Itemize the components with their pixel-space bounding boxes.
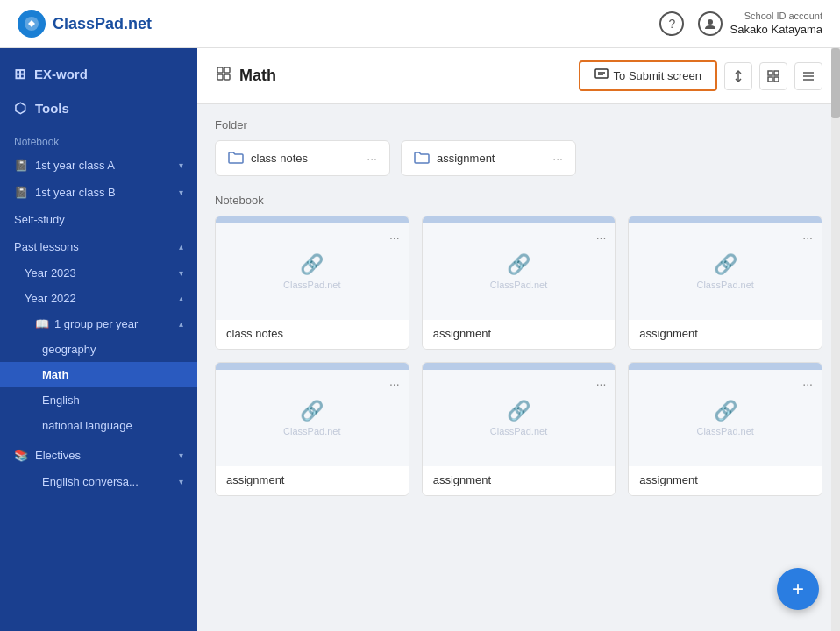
sidebar-item-1st-year-class-a[interactable]: 📓 1st year class A ▾ xyxy=(0,152,197,179)
notebook-label-1: class notes xyxy=(216,320,409,349)
notebook-label-6: assignment xyxy=(629,466,822,495)
notebook-card-3[interactable]: ··· 🔗 ClassPad.net assignment xyxy=(628,216,822,350)
logo-icon xyxy=(18,10,46,38)
exword-icon: ⊞ xyxy=(14,66,25,82)
sidebar-item-1-group[interactable]: 📖 1 group per year ▴ xyxy=(0,311,197,337)
submit-label: To Submit screen xyxy=(614,69,701,82)
notebook-preview-3: 🔗 ClassPad.net xyxy=(629,223,822,320)
watermark-text-4: ClassPad.net xyxy=(283,426,340,436)
notebook-more-1[interactable]: ··· xyxy=(389,230,400,245)
book-icon: 📚 xyxy=(14,449,28,462)
logo[interactable]: ClassPad.net xyxy=(18,10,152,38)
notebook-label-5: assignment xyxy=(423,466,616,495)
submit-screen-button[interactable]: To Submit screen xyxy=(579,60,717,91)
folder-item-assignment[interactable]: assignment ··· xyxy=(401,140,576,176)
sidebar-item-math[interactable]: Math xyxy=(0,362,197,387)
notebook-card-body-6: ··· 🔗 ClassPad.net xyxy=(629,370,822,466)
help-button[interactable]: ? xyxy=(659,11,684,36)
sidebar-item-tools[interactable]: ⬡ Tools xyxy=(0,91,197,125)
folder-more-assignment[interactable]: ··· xyxy=(552,152,563,166)
sidebar: ⊞ EX-word ⬡ Tools Notebook 📓 1st year cl… xyxy=(0,48,197,631)
sidebar-label-year-2022: Year 2022 xyxy=(25,292,76,305)
sidebar-label-english-convo: English conversa... xyxy=(42,475,139,488)
notebook-card-6[interactable]: ··· 🔗 ClassPad.net assignment xyxy=(628,362,822,496)
notebook-card-header-3 xyxy=(629,216,822,223)
sort-button[interactable] xyxy=(724,62,752,90)
sidebar-item-electives[interactable]: 📚 Electives ▾ xyxy=(0,442,197,469)
sidebar-item-english-convo[interactable]: English conversa... ▾ xyxy=(0,469,197,494)
notebook-card-5[interactable]: ··· 🔗 ClassPad.net assignment xyxy=(422,362,616,496)
page-title: Math xyxy=(215,65,276,87)
watermark-icon-3: 🔗 xyxy=(714,253,737,276)
svg-rect-13 xyxy=(774,77,779,82)
sidebar-label-1-group: 1 group per year xyxy=(54,317,138,330)
sidebar-item-year-2023[interactable]: Year 2023 ▾ xyxy=(0,260,197,286)
notebook-more-6[interactable]: ··· xyxy=(802,377,813,391)
sidebar-item-exword[interactable]: ⊞ EX-word xyxy=(0,57,197,91)
list-view-button[interactable] xyxy=(794,62,822,90)
notebook-label-3: assignment xyxy=(629,320,822,349)
content-body: Folder class notes ··· xyxy=(197,104,840,631)
notebook-card-4[interactable]: ··· 🔗 ClassPad.net assignment xyxy=(215,362,409,496)
watermark-icon-2: 🔗 xyxy=(507,253,530,276)
sidebar-item-1st-year-class-b[interactable]: 📓 1st year class B ▾ xyxy=(0,179,197,206)
notebook-preview-6: 🔗 ClassPad.net xyxy=(629,370,822,466)
notebook-card-body-1: ··· 🔗 ClassPad.net xyxy=(216,223,409,320)
notebook-more-5[interactable]: ··· xyxy=(596,377,607,391)
tools-icon: ⬡ xyxy=(14,100,26,117)
sidebar-item-english[interactable]: English xyxy=(0,387,197,413)
add-fab-button[interactable]: + xyxy=(777,568,819,610)
user-menu[interactable]: School ID account Sakako Katayama xyxy=(698,10,822,37)
content-header: Math To Submit screen xyxy=(197,48,840,104)
scroll-track[interactable] xyxy=(831,48,840,631)
sidebar-item-year-2022[interactable]: Year 2022 ▴ xyxy=(0,286,197,311)
notebook-card-body-3: ··· 🔗 ClassPad.net xyxy=(629,223,822,320)
notebook-card-2[interactable]: ··· 🔗 ClassPad.net assignment xyxy=(422,216,616,350)
main-content: Math To Submit screen xyxy=(197,48,840,631)
watermark-icon-5: 🔗 xyxy=(507,400,530,422)
notebook-card-header-4 xyxy=(216,363,409,370)
svg-rect-10 xyxy=(768,71,772,75)
chevron-up-icon-2022: ▴ xyxy=(179,294,183,303)
notebook-card-header-2 xyxy=(423,216,616,223)
notebook-card-body-5: ··· 🔗 ClassPad.net xyxy=(423,370,616,466)
svg-point-1 xyxy=(708,19,713,25)
folder-icon-2 xyxy=(414,150,430,167)
user-avatar-icon xyxy=(698,11,723,36)
notebook-more-3[interactable]: ··· xyxy=(802,230,813,245)
folder-item-class-notes[interactable]: class notes ··· xyxy=(215,140,390,176)
sidebar-item-geography[interactable]: geography xyxy=(0,337,197,362)
sidebar-item-past-lessons[interactable]: Past lessons ▴ xyxy=(0,233,197,260)
notebook-card-1[interactable]: ··· 🔗 ClassPad.net class notes xyxy=(215,216,409,350)
sidebar-label-past-lessons: Past lessons xyxy=(14,240,79,253)
scroll-thumb[interactable] xyxy=(831,48,840,118)
watermark-text-3: ClassPad.net xyxy=(696,280,753,290)
chevron-down-icon-electives: ▾ xyxy=(179,450,183,460)
folder-more-class-notes[interactable]: ··· xyxy=(367,152,377,166)
svg-rect-5 xyxy=(224,74,230,80)
chevron-down-icon: ▾ xyxy=(179,160,183,170)
watermark-text-2: ClassPad.net xyxy=(490,280,547,290)
notebook-more-4[interactable]: ··· xyxy=(389,377,400,391)
watermark-text-6: ClassPad.net xyxy=(696,426,753,436)
folder-icon xyxy=(228,150,244,167)
watermark-icon-6: 🔗 xyxy=(714,400,737,422)
sidebar-label-year-2023: Year 2023 xyxy=(25,266,76,280)
notebook-more-2[interactable]: ··· xyxy=(596,230,607,245)
sidebar-main-section: ⊞ EX-word ⬡ Tools xyxy=(0,48,197,129)
folder-section-label: Folder xyxy=(215,118,822,131)
folder-name-assignment: assignment xyxy=(437,152,495,165)
notebook-section-label: Notebook xyxy=(0,129,197,152)
notebook-preview-5: 🔗 ClassPad.net xyxy=(423,370,616,466)
group-icon: 📖 xyxy=(35,317,49,330)
grid-view-button[interactable] xyxy=(759,62,787,90)
notebook-card-header-5 xyxy=(423,363,616,370)
sidebar-item-national-language[interactable]: national language xyxy=(0,413,197,438)
logo-text: ClassPad.net xyxy=(53,15,152,33)
tools-label: Tools xyxy=(35,101,69,116)
svg-rect-4 xyxy=(217,74,223,80)
folder-row: class notes ··· assignment xyxy=(215,140,822,176)
sidebar-item-self-study[interactable]: Self-study xyxy=(0,206,197,233)
sidebar-label-national-language: national language xyxy=(42,419,132,432)
sidebar-label-self-study: Self-study xyxy=(14,213,65,226)
